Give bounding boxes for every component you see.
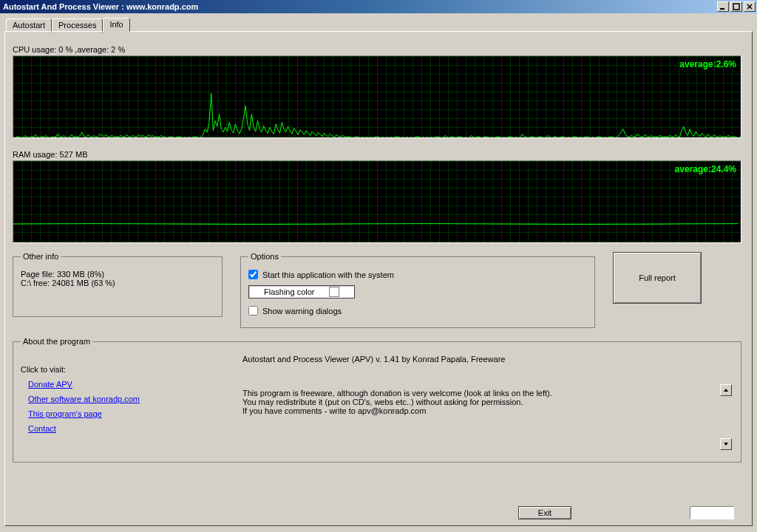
link-other-software[interactable]: Other software at konradp.com [28, 395, 242, 403]
svg-rect-0 [720, 8, 724, 10]
close-button[interactable] [744, 1, 756, 12]
flashing-color-swatch [329, 287, 339, 297]
show-warning-label: Show warning dialogs [262, 307, 342, 316]
maximize-button[interactable] [730, 1, 742, 12]
start-with-system-checkbox[interactable] [248, 270, 258, 279]
window-title: Autostart And Process Viewer : www.konra… [3, 2, 716, 11]
click-to-visit-label: Click to visit: [21, 365, 242, 374]
window-controls [716, 1, 756, 12]
about-heading: Autostart and Process Viewer (APV) v. 1.… [242, 355, 716, 364]
bottom-bar: Exit [5, 506, 752, 519]
link-contact[interactable]: Contact [28, 424, 242, 433]
pagefile-text: Page file: 330 MB (8%) [21, 270, 214, 279]
disk-free-text: C:\ free: 24081 MB (63 %) [21, 279, 214, 287]
cpu-avg-label: average:2.6% [679, 59, 736, 69]
ram-usage-label: RAM usage: 527 MB [13, 150, 744, 159]
other-info-group: Other info Page file: 330 MB (8%) C:\ fr… [13, 252, 223, 317]
ram-graph: average:24.4% [13, 160, 741, 243]
other-info-legend: Other info [21, 252, 61, 261]
exit-button[interactable]: Exit [518, 506, 571, 519]
about-body-3: If you have comments - write to apv@konr… [242, 406, 716, 415]
minimize-button[interactable] [717, 1, 729, 12]
window-body: Autostart Processes Info CPU usage: 0 % … [0, 13, 757, 532]
tab-info[interactable]: Info [103, 18, 129, 32]
ram-avg-label: average:24.4% [675, 164, 736, 174]
about-body-1: This program is freeware, although donat… [242, 389, 716, 398]
options-group: Options Start this application with the … [240, 252, 595, 328]
about-group: About the program Click to visit: Donate… [13, 337, 741, 463]
flashing-color-button[interactable]: Flashing color [248, 285, 355, 299]
link-programs-page[interactable]: This program's page [28, 409, 242, 418]
tab-panel-info: CPU usage: 0 % ,average: 2 % average:2.6… [4, 31, 753, 526]
full-report-button[interactable]: Full report [613, 252, 702, 304]
link-donate[interactable]: Donate APV [28, 380, 242, 389]
show-warning-checkbox[interactable] [248, 306, 258, 316]
tab-strip: Autostart Processes Info [4, 18, 753, 32]
about-legend: About the program [21, 337, 92, 346]
svg-rect-1 [733, 4, 739, 10]
cpu-graph: average:2.6% [13, 55, 741, 138]
progress-bar [690, 506, 734, 519]
scroll-down-button[interactable] [720, 438, 732, 450]
scroll-up-button[interactable] [720, 384, 732, 396]
cpu-usage-label: CPU usage: 0 % ,average: 2 % [13, 45, 744, 54]
titlebar: Autostart And Process Viewer : www.konra… [0, 0, 757, 13]
options-legend: Options [248, 252, 281, 261]
start-with-system-label: Start this application with the system [262, 270, 394, 279]
about-body-2: You may redistribute it (put on CD's, we… [242, 398, 716, 406]
